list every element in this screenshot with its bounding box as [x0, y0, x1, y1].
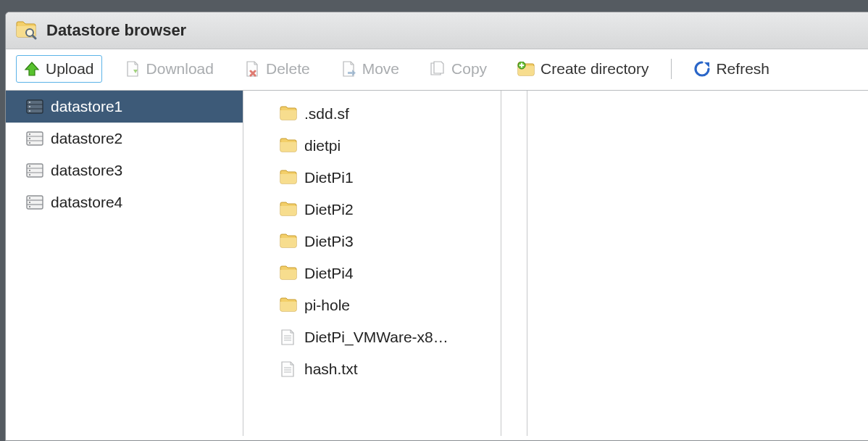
disk-icon: [26, 131, 43, 146]
item-label: DietPi4: [304, 265, 354, 282]
detail-column: [501, 91, 527, 436]
upload-button[interactable]: Upload: [16, 55, 102, 83]
toolbar: Upload Download Delete Move Copy Create …: [6, 49, 868, 91]
item-label: DietPi_VMWare-x8…: [304, 329, 448, 346]
upload-label: Upload: [46, 60, 94, 78]
datastore-item[interactable]: datastore1: [6, 91, 243, 123]
item-label: hash.txt: [304, 360, 358, 378]
item-label: DietPi1: [304, 169, 354, 186]
folder-icon: [280, 138, 297, 154]
datastore-item[interactable]: datastore2: [6, 123, 243, 154]
item-label: DietPi3: [304, 233, 354, 250]
folder-item[interactable]: DietPi1: [243, 162, 501, 194]
copy-label: Copy: [451, 60, 487, 78]
copy-button[interactable]: Copy: [422, 55, 495, 83]
folder-icon: [280, 234, 297, 250]
refresh-label: Refresh: [716, 60, 769, 78]
disk-icon: [26, 99, 43, 114]
datastore-label: datastore4: [51, 194, 122, 211]
main-area: datastore1datastore2datastore3datastore4…: [6, 91, 868, 436]
move-icon: [341, 61, 356, 77]
toolbar-separator: [671, 59, 672, 79]
file-item[interactable]: hash.txt: [243, 353, 501, 385]
file-icon: [280, 361, 297, 377]
item-label: DietPi2: [304, 201, 354, 218]
titlebar: Datastore browser: [6, 12, 868, 49]
datastore-label: datastore2: [51, 130, 122, 147]
item-label: .sdd.sf: [304, 105, 349, 123]
create-directory-button[interactable]: Create directory: [509, 55, 656, 83]
file-icon: [280, 329, 297, 345]
refresh-button[interactable]: Refresh: [686, 55, 777, 83]
datastore-item[interactable]: datastore3: [6, 154, 243, 186]
download-icon: [125, 61, 141, 77]
item-label: pi-hole: [304, 297, 350, 314]
folder-item[interactable]: DietPi4: [243, 257, 501, 289]
download-label: Download: [146, 60, 214, 78]
folder-icon: [280, 106, 297, 122]
delete-icon: [244, 61, 260, 77]
refresh-icon: [694, 61, 710, 77]
folder-icon: [280, 170, 297, 186]
empty-area: [527, 91, 868, 436]
datastore-browser-window: Datastore browser Upload Download Delete…: [5, 12, 868, 441]
upload-icon: [24, 61, 40, 77]
folder-search-icon: [16, 21, 38, 40]
folder-item[interactable]: dietpi: [243, 130, 501, 162]
file-item[interactable]: DietPi_VMWare-x8…: [243, 321, 501, 353]
folder-item[interactable]: DietPi3: [243, 226, 501, 257]
delete-button[interactable]: Delete: [236, 55, 318, 83]
move-label: Move: [362, 60, 399, 78]
folder-item[interactable]: DietPi2: [243, 194, 501, 226]
folder-item[interactable]: pi-hole: [243, 289, 501, 321]
disk-icon: [26, 163, 43, 178]
folder-icon: [280, 297, 297, 313]
item-label: dietpi: [304, 137, 341, 154]
move-button[interactable]: Move: [333, 55, 407, 83]
datastore-list: datastore1datastore2datastore3datastore4: [6, 91, 243, 436]
folder-icon: [280, 265, 297, 281]
window-title: Datastore browser: [46, 21, 186, 40]
folder-item[interactable]: .sdd.sf: [243, 98, 501, 130]
download-button[interactable]: Download: [117, 55, 222, 83]
copy-icon: [430, 61, 446, 77]
create-directory-icon: [517, 62, 535, 76]
create-directory-label: Create directory: [541, 60, 648, 78]
disk-icon: [26, 195, 43, 210]
delete-label: Delete: [266, 60, 310, 78]
folder-icon: [280, 202, 297, 218]
datastore-label: datastore1: [51, 98, 122, 115]
datastore-item[interactable]: datastore4: [6, 186, 243, 218]
file-list: .sdd.sfdietpiDietPi1DietPi2DietPi3DietPi…: [243, 91, 501, 436]
datastore-label: datastore3: [51, 162, 122, 179]
